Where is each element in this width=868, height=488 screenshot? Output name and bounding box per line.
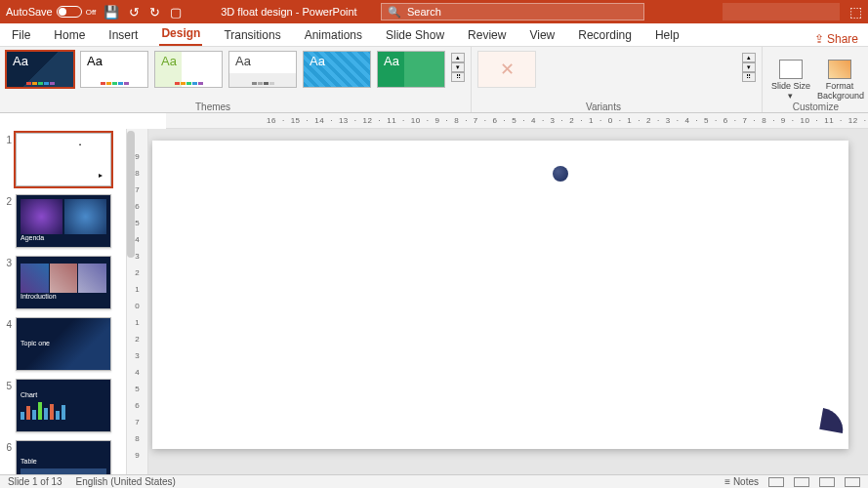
ruler-tick: 4 xyxy=(531,116,536,125)
ruler-horizontal[interactable]: 16·15·14·13·12·11·10·9·8·7·6·5·4·3·2·1·0… xyxy=(166,113,868,129)
theme-glyph: Aa xyxy=(235,54,251,68)
thumb-number: 2 xyxy=(2,194,12,248)
tab-home[interactable]: Home xyxy=(52,24,87,46)
ruler-tick: 8 xyxy=(454,116,459,125)
slideshow-view-icon[interactable] xyxy=(845,477,860,487)
ruler-tick: 0 xyxy=(608,116,613,125)
slide-thumbnails[interactable]: 1▸•2Agenda3Introduction4Topic one5Chart6… xyxy=(0,129,127,474)
start-show-icon[interactable]: ▢ xyxy=(170,5,182,20)
thumb-number: 1 xyxy=(2,133,12,186)
ruler-tick: 13 xyxy=(339,116,349,125)
thumb-number: 6 xyxy=(2,440,12,474)
ruler-tick: 14 xyxy=(314,116,324,125)
thumb-row: 5Chart xyxy=(2,379,124,432)
ruler-tick: 5 xyxy=(704,116,709,125)
ruler-tick: 4 xyxy=(135,368,139,377)
tab-insert[interactable]: Insert xyxy=(106,24,140,46)
ruler-tick: 5 xyxy=(135,219,139,227)
slide-size-label: Slide Size xyxy=(771,81,810,91)
thumb-row: 3Introduction xyxy=(2,256,124,309)
normal-view-icon[interactable] xyxy=(768,477,784,487)
tab-file[interactable]: File xyxy=(10,24,32,46)
status-bar: Slide 1 of 13 English (United States) ≡ … xyxy=(0,474,868,488)
ribbon-tabs: File Home Insert Design Transitions Anim… xyxy=(0,23,868,47)
themes-more[interactable]: ▴▾⠿ xyxy=(451,51,465,84)
slide-thumb-1[interactable]: ▸• xyxy=(16,133,111,186)
ribbon-options-icon[interactable]: ⬚ xyxy=(849,4,862,20)
slide-thumb-6[interactable]: Table xyxy=(16,440,111,474)
ruler-tick: 6 xyxy=(135,202,139,211)
variant-thumb-1[interactable]: ✕ xyxy=(477,51,536,88)
search-input[interactable] xyxy=(407,6,638,18)
theme-thumb-5[interactable]: Aa xyxy=(303,51,371,88)
tab-view[interactable]: View xyxy=(527,24,557,46)
tab-help[interactable]: Help xyxy=(653,24,682,46)
search-box[interactable]: 🔍 xyxy=(381,3,644,20)
theme-thumb-4[interactable]: Aa xyxy=(228,51,297,88)
theme-thumb-2[interactable]: Aa xyxy=(80,51,148,88)
reading-view-icon[interactable] xyxy=(819,477,835,487)
tab-transitions[interactable]: Transitions xyxy=(222,24,282,46)
slide-size-button[interactable]: Slide Size ▾ xyxy=(768,60,813,101)
thumb-row: 4Topic one xyxy=(2,317,124,371)
ruler-tick: 3 xyxy=(135,252,139,261)
thumb-number: 4 xyxy=(2,317,12,371)
ruler-tick: 7 xyxy=(135,418,139,427)
share-icon: ⇪ xyxy=(814,32,824,46)
ruler-tick: 11 xyxy=(824,116,834,125)
ruler-tick: 12 xyxy=(363,116,373,125)
thumb-number: 3 xyxy=(2,256,12,309)
slide-counter[interactable]: Slide 1 of 13 xyxy=(8,476,62,487)
account-area[interactable] xyxy=(723,3,840,20)
slide-thumb-3[interactable]: Introduction xyxy=(16,256,111,309)
ruler-tick: 1 xyxy=(135,318,139,327)
toggle-icon xyxy=(57,6,82,18)
more-icon: ⠿ xyxy=(742,72,756,82)
tab-design[interactable]: Design xyxy=(159,22,202,46)
themes-gallery: Aa Aa Aa Aa Aa Aa ▴▾⠿ xyxy=(0,47,471,112)
format-background-button[interactable]: Format Background xyxy=(817,60,862,101)
redo-icon[interactable]: ↻ xyxy=(149,5,160,20)
ruler-tick: 11 xyxy=(387,116,396,125)
tab-review[interactable]: Review xyxy=(466,24,508,46)
title-bar: AutoSave Off 💾 ↺ ↻ ▢ 3D float design - P… xyxy=(0,0,868,23)
ruler-tick: 9 xyxy=(434,116,439,125)
ruler-tick: 3 xyxy=(135,351,139,360)
ribbon: Aa Aa Aa Aa Aa Aa ▴▾⠿ ✕ ▴▾⠿ Slide Size ▾… xyxy=(0,47,868,113)
slide-thumb-5[interactable]: Chart xyxy=(16,379,111,432)
save-icon[interactable]: 💾 xyxy=(103,5,119,20)
ruler-tick: 1 xyxy=(135,285,139,294)
theme-glyph: Aa xyxy=(13,54,28,68)
share-label: Share xyxy=(827,32,858,46)
search-icon: 🔍 xyxy=(388,6,401,19)
chevron-down-icon: ▾ xyxy=(788,91,793,101)
tab-recording[interactable]: Recording xyxy=(576,24,634,46)
scrollbar-vertical[interactable] xyxy=(127,131,135,258)
autosave-state: Off xyxy=(86,8,97,17)
variants-more[interactable]: ▴▾⠿ xyxy=(742,51,756,84)
ruler-tick: 10 xyxy=(411,116,421,125)
close-icon: ✕ xyxy=(500,59,515,80)
language-indicator[interactable]: English (United States) xyxy=(76,476,176,487)
slide-canvas[interactable] xyxy=(152,141,848,449)
sorter-view-icon[interactable] xyxy=(794,477,809,487)
sphere-shape[interactable] xyxy=(553,166,568,182)
tab-animations[interactable]: Animations xyxy=(303,24,364,46)
notes-button[interactable]: ≡ Notes xyxy=(724,476,759,487)
theme-thumb-1[interactable]: Aa xyxy=(6,51,74,88)
ruler-tick: 4 xyxy=(684,116,689,125)
autosave-toggle[interactable]: AutoSave Off xyxy=(6,6,96,18)
ruler-tick: 16 xyxy=(267,116,276,125)
work-area: 1▸•2Agenda3Introduction4Topic one5Chart6… xyxy=(0,129,868,474)
ruler-tick: 10 xyxy=(801,116,810,125)
share-button[interactable]: ⇪ Share xyxy=(814,32,858,46)
theme-thumb-6[interactable]: Aa xyxy=(377,51,445,88)
undo-icon[interactable]: ↺ xyxy=(129,5,140,20)
theme-thumb-3[interactable]: Aa xyxy=(154,51,223,88)
slide-thumb-2[interactable]: Agenda xyxy=(16,194,111,248)
ruler-tick: 15 xyxy=(291,116,301,125)
slide-thumb-4[interactable]: Topic one xyxy=(16,317,111,371)
format-bg-label: Format Background xyxy=(817,81,864,101)
thumb-row: 2Agenda xyxy=(2,194,124,248)
tab-slide-show[interactable]: Slide Show xyxy=(384,24,446,46)
